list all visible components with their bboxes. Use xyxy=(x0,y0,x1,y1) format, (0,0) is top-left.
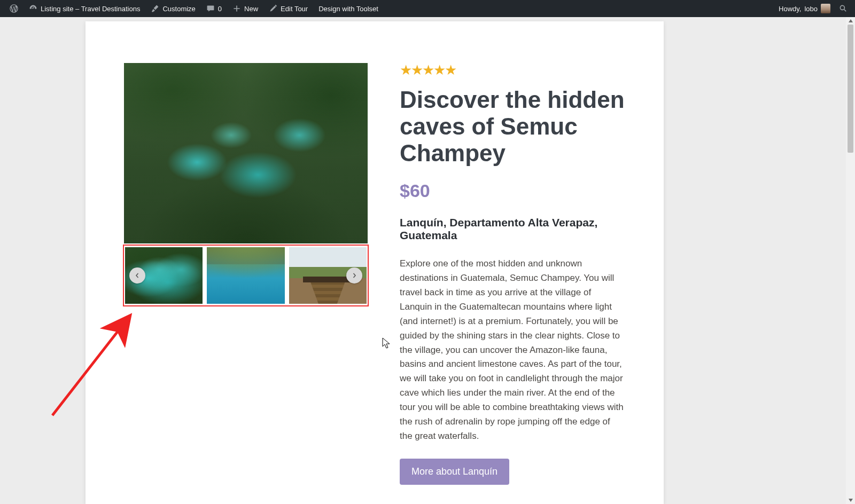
admin-search-button[interactable] xyxy=(836,0,851,17)
wp-logo-menu[interactable] xyxy=(4,0,24,17)
howdy-text: Howdy, xyxy=(779,5,801,13)
content-card: ★★★★★ Discover the hidden caves of Semuc… xyxy=(86,21,664,504)
site-name-menu[interactable]: Listing site – Travel Destinations xyxy=(24,0,145,17)
gallery-next-button[interactable] xyxy=(346,267,362,284)
edit-tour-menu[interactable]: Edit Tour xyxy=(263,0,313,17)
gallery-main-image[interactable] xyxy=(124,63,368,243)
customize-menu[interactable]: Customize xyxy=(145,0,200,17)
tour-price: $60 xyxy=(400,180,625,201)
dashboard-icon xyxy=(29,4,37,13)
pencil-icon xyxy=(269,4,277,13)
comments-count: 0 xyxy=(218,5,222,13)
gallery-prev-button[interactable] xyxy=(129,267,145,284)
rating-stars: ★★★★★ xyxy=(400,63,625,77)
wp-admin-bar: Listing site – Travel Destinations Custo… xyxy=(0,0,855,17)
avatar xyxy=(821,4,830,13)
plus-icon xyxy=(232,4,241,13)
tour-description: Explore one of the most hidden and unkno… xyxy=(400,257,625,443)
tour-location: Lanquín, Departamento Alta Verapaz, Guat… xyxy=(400,216,625,242)
design-with-toolset-label: Design with Toolset xyxy=(318,5,378,13)
chevron-left-icon xyxy=(135,271,140,280)
scrollbar-up-button[interactable] xyxy=(846,17,855,25)
gallery-thumb-2[interactable] xyxy=(207,247,284,304)
brush-icon xyxy=(151,4,159,13)
user-name: lobo xyxy=(804,5,818,13)
new-label: New xyxy=(244,5,258,13)
chevron-right-icon xyxy=(352,271,357,280)
scrollbar-thumb[interactable] xyxy=(848,25,853,153)
comments-menu[interactable]: 0 xyxy=(201,0,227,17)
more-about-button[interactable]: More about Lanquín xyxy=(400,459,509,485)
page-viewport: ★★★★★ Discover the hidden caves of Semuc… xyxy=(0,17,855,504)
comment-icon xyxy=(206,4,215,13)
scrollbar-down-button[interactable] xyxy=(846,497,855,504)
tour-title: Discover the hidden caves of Semuc Champ… xyxy=(400,86,625,167)
search-icon xyxy=(839,4,848,13)
edit-tour-label: Edit Tour xyxy=(281,5,308,13)
gallery-thumbnail-strip xyxy=(124,246,368,305)
site-name-label: Listing site – Travel Destinations xyxy=(41,5,140,13)
my-account-menu[interactable]: Howdy, lobo xyxy=(773,0,836,17)
new-content-menu[interactable]: New xyxy=(227,0,263,17)
vertical-scrollbar[interactable] xyxy=(846,17,855,504)
customize-label: Customize xyxy=(162,5,195,13)
wordpress-icon xyxy=(10,4,18,13)
design-with-toolset-menu[interactable]: Design with Toolset xyxy=(313,0,384,17)
